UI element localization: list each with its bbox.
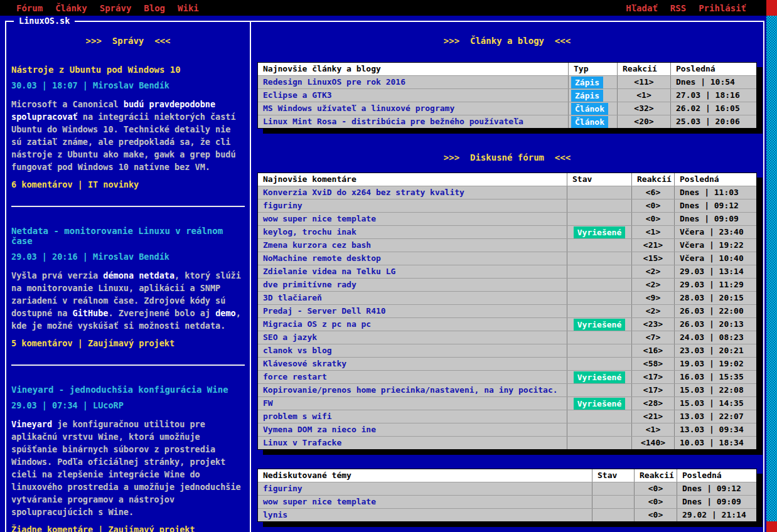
menu-item[interactable]: RSS (664, 3, 692, 13)
topic-link[interactable]: Zdielanie videa na Telku LG (258, 265, 567, 278)
topic-link[interactable]: Linux Mint Rosa - distribúcia pre bežnéh… (258, 115, 568, 128)
news-article-title[interactable]: Vineyard - jednoduchšia konfigurácia Win… (11, 385, 245, 395)
last-activity: Včera | 19:22 (674, 239, 756, 252)
news-article-body: Vineyard je konfiguračnou utilitou pre a… (11, 418, 245, 518)
table-row: Predaj - Server Dell R410<2>26.03 | 22:0… (258, 304, 756, 317)
articles-table: Najnovšie články a blogyTypReakciíPosled… (257, 62, 757, 129)
topic-link[interactable]: Konverzia XviD do x264 bez straty kvalit… (258, 186, 567, 199)
topic-link[interactable]: figuriny (258, 482, 592, 495)
last-activity: 23.03 | 20:21 (674, 344, 756, 357)
body-highlight: demo (215, 308, 236, 318)
last-activity: 19.03 | 19:02 (674, 358, 756, 370)
reactions-count: <2> (631, 265, 674, 278)
news-article-comments-link[interactable]: Žiadne komentáre | Zaujímavý projekt (11, 524, 245, 532)
topic-link[interactable]: force restart (258, 371, 567, 383)
topic-link[interactable]: SEO a jazyk (258, 331, 567, 344)
table-row: Redesign LinuxOS pre rok 2016Zápis<11>Dn… (258, 75, 756, 88)
topic-link[interactable]: Eclipse a GTK3 (258, 89, 568, 102)
scroll-up-button[interactable] (766, 0, 777, 16)
status-cell (567, 279, 631, 291)
table-row: Eclipse a GTK3Zápis<1>27.03 | 18:16 (258, 88, 756, 102)
topic-link[interactable]: Vymena DOM za nieco ine (258, 423, 567, 436)
topic-link[interactable]: figuriny (258, 200, 567, 212)
menu-item[interactable]: Wiki (171, 3, 205, 13)
reactions-count: <21> (631, 239, 674, 252)
topic-link[interactable]: wow super nice template (258, 213, 567, 225)
news-article-comments-link[interactable]: 5 komentárov | Zaujímavý projekt (11, 338, 245, 348)
topic-link[interactable]: Predaj - Server Dell R410 (258, 305, 567, 317)
status-cell: Vyriešené (567, 318, 631, 331)
table-header-row: Nediskutované témyStavReakciíPosledná (258, 469, 756, 482)
last-activity: 13.03 | 22:07 (674, 410, 756, 423)
topic-link[interactable]: NoMachine remote desktop (258, 252, 567, 265)
content-column: >>> Články a blogy <<< Najnovšie články … (251, 22, 763, 532)
table-row: Zdielanie videa na Telku LG<2>29.03 | 13… (258, 265, 756, 278)
frame-title: LinuxOS.sk (14, 16, 75, 26)
news-article-title[interactable]: Nástroje z Ubuntu pod Windows 10 (11, 65, 245, 75)
column-header: Posledná (677, 469, 756, 482)
column-header: Posledná (670, 63, 756, 75)
reactions-count: <17> (631, 384, 674, 396)
scrollbar[interactable] (766, 0, 777, 532)
scrollbar-track[interactable] (766, 16, 777, 521)
user-menu: HľadaťRSSPrihlásiť (619, 3, 753, 13)
topic-link[interactable]: Zmena kurzora cez bash (258, 239, 567, 252)
topic-link[interactable]: MS Windows užívateľ a linuxové programy (258, 102, 568, 115)
menu-item[interactable]: Hľadať (619, 3, 664, 13)
column-header: Typ (568, 63, 617, 75)
topic-link[interactable]: Migracia OS z pc na pc (258, 318, 567, 331)
reactions-count: <0> (634, 509, 677, 521)
comments-table: Najnovšie komentáreStavReakciíPoslednáKo… (257, 173, 757, 450)
topic-link[interactable]: Redesign LinuxOS pre rok 2016 (258, 76, 568, 88)
status-cell (567, 305, 631, 317)
topic-link[interactable]: keylog, trochu inak (258, 226, 567, 238)
topic-link[interactable]: FW (258, 397, 567, 410)
table-row: MS Windows užívateľ a linuxové programyČ… (258, 102, 756, 115)
menu-item[interactable]: Blog (137, 3, 171, 13)
table-row: clanok vs blog<16>23.03 | 20:21 (258, 344, 756, 357)
table-row: lynis<0>29.02 | 21:14 (258, 508, 756, 521)
last-activity: 13.03 | 09:34 (674, 423, 756, 436)
table-row: NoMachine remote desktop<15>Včera | 10:4… (258, 252, 756, 265)
table-row: wow super nice template<0>Dnes | 09:09 (258, 495, 756, 508)
body-text: je konfiguračnou utilitou pre aplikačnú … (11, 419, 241, 517)
status-cell (567, 292, 631, 304)
status-cell (592, 482, 634, 495)
menu-item[interactable]: Prihlásiť (692, 3, 753, 13)
reactions-count: <23> (631, 318, 674, 331)
menu-item[interactable]: Správy (94, 3, 138, 13)
body-highlight: démona netdata (103, 270, 174, 280)
status-cell (567, 384, 631, 396)
topic-link[interactable]: 3D tlačiareň (258, 292, 567, 304)
reactions-count: <6> (631, 186, 674, 199)
table-row: Linux v Trafacke<140>10.03 | 18:34 (258, 436, 756, 449)
table-row: wow super nice template<0>Dnes | 09:09 (258, 212, 756, 225)
topic-link[interactable]: lynis (258, 509, 592, 521)
topic-link[interactable]: problem s wifi (258, 410, 567, 423)
table-row: Migracia OS z pc na pcVyriešené<23>26.03… (258, 317, 756, 331)
news-article: Vineyard - jednoduchšia konfigurácia Win… (11, 385, 245, 532)
last-activity: Včera | 23:40 (674, 226, 756, 238)
scroll-down-button[interactable] (766, 521, 777, 532)
topic-link[interactable]: Kopirovanie/prenos home priecinka/nastav… (258, 384, 567, 396)
last-activity: 24.03 | 08:23 (674, 331, 756, 344)
status-cell: Zápis (568, 76, 617, 88)
menu-bar: FórumČlánkySprávyBlogWiki HľadaťRSSPrihl… (0, 0, 766, 16)
topic-link[interactable]: Klávesové skratky (258, 358, 567, 370)
news-article-title[interactable]: Netdata - monitorovanie Linuxu v reálnom… (11, 226, 245, 246)
body-text: Vyšla prvá verzia (11, 270, 103, 280)
menu-item[interactable]: Fórum (10, 3, 49, 13)
topic-link[interactable]: clanok vs blog (258, 344, 567, 357)
last-activity: 26.03 | 22:00 (674, 305, 756, 317)
status-badge: Článok (571, 103, 608, 115)
news-article-comments-link[interactable]: 6 komentárov | IT novinky (11, 179, 245, 189)
topic-link[interactable]: wow super nice template (258, 496, 592, 508)
topic-link[interactable]: dve primitívne rady (258, 279, 567, 291)
last-activity: 29.03 | 11:29 (674, 279, 756, 291)
topic-link[interactable]: Linux v Trafacke (258, 437, 567, 449)
reactions-count: <1> (631, 226, 674, 238)
status-badge: Vyriešené (574, 371, 625, 383)
reactions-count: <7> (631, 331, 674, 344)
menu-item[interactable]: Články (49, 3, 94, 13)
screen: FórumČlánkySprávyBlogWiki HľadaťRSSPrihl… (0, 0, 777, 532)
